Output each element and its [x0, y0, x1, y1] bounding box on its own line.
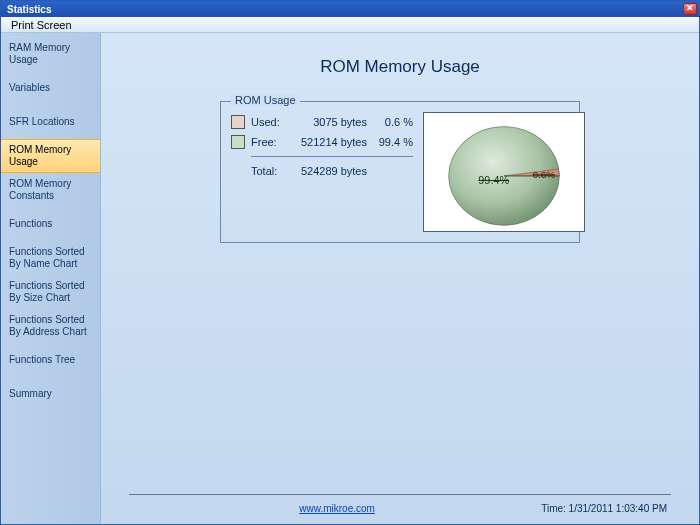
free-row: Free: 521214 bytes 99.4 %: [231, 132, 413, 152]
used-bytes: 3075 bytes: [291, 116, 367, 128]
close-button[interactable]: ✕: [683, 3, 697, 15]
sidebar-item-summary[interactable]: Summary: [1, 377, 100, 411]
pie-chart: 99.4% 0.6%: [423, 112, 585, 232]
used-row: Used: 3075 bytes 0.6 %: [231, 112, 413, 132]
sidebar: RAM Memory Usage Variables SFR Locations…: [1, 33, 101, 524]
window-title: Statistics: [7, 4, 51, 15]
main-content: ROM Memory Usage ROM Usage Used: 3075 by…: [101, 33, 699, 524]
usage-stats: Used: 3075 bytes 0.6 % Free: 521214 byte…: [231, 112, 413, 181]
free-swatch-icon: [231, 135, 245, 149]
used-swatch-icon: [231, 115, 245, 129]
page-title: ROM Memory Usage: [129, 57, 671, 77]
sidebar-item-rom-memory-constants[interactable]: ROM Memory Constants: [1, 173, 100, 207]
total-bytes: 524289 bytes: [291, 165, 367, 177]
sidebar-item-variables[interactable]: Variables: [1, 71, 100, 105]
sidebar-item-functions-sorted-by-address-chart[interactable]: Functions Sorted By Address Chart: [1, 309, 100, 343]
total-label: Total:: [251, 165, 285, 177]
free-percent: 99.4 %: [373, 136, 413, 148]
menubar: Print Screen: [1, 17, 699, 33]
sidebar-item-functions-tree[interactable]: Functions Tree: [1, 343, 100, 377]
menu-print-screen[interactable]: Print Screen: [5, 18, 78, 32]
sidebar-item-functions-sorted-by-size-chart[interactable]: Functions Sorted By Size Chart: [1, 275, 100, 309]
titlebar: Statistics ✕: [1, 1, 699, 17]
footer-divider: [129, 494, 671, 495]
window-body: RAM Memory Usage Variables SFR Locations…: [1, 33, 699, 524]
free-label: Free:: [251, 136, 285, 148]
groupbox-label: ROM Usage: [231, 94, 300, 106]
groupbox-content: Used: 3075 bytes 0.6 % Free: 521214 byte…: [231, 112, 569, 232]
statistics-window: Statistics ✕ Print Screen RAM Memory Usa…: [0, 0, 700, 525]
stats-divider: [251, 156, 413, 157]
sidebar-item-functions[interactable]: Functions: [1, 207, 100, 241]
used-label: Used:: [251, 116, 285, 128]
sidebar-item-sfr-locations[interactable]: SFR Locations: [1, 105, 100, 139]
footer-time: Time: 1/31/2011 1:03:40 PM: [541, 503, 667, 514]
sidebar-item-functions-sorted-by-name-chart[interactable]: Functions Sorted By Name Chart: [1, 241, 100, 275]
used-percent: 0.6 %: [373, 116, 413, 128]
rom-usage-groupbox: ROM Usage Used: 3075 bytes 0.6 % Free: 5: [220, 101, 580, 243]
footer: www.mikroe.com Time: 1/31/2011 1:03:40 P…: [129, 501, 671, 520]
sidebar-item-ram-memory-usage[interactable]: RAM Memory Usage: [1, 37, 100, 71]
sidebar-item-rom-memory-usage[interactable]: ROM Memory Usage: [1, 139, 100, 173]
pie-chart-svg: 99.4% 0.6%: [424, 112, 584, 232]
pie-used-label: 0.6%: [533, 169, 556, 180]
pie-free-label: 99.4%: [478, 174, 509, 186]
free-bytes: 521214 bytes: [291, 136, 367, 148]
total-row: Total: 524289 bytes: [231, 161, 413, 181]
footer-link[interactable]: www.mikroe.com: [299, 503, 375, 514]
